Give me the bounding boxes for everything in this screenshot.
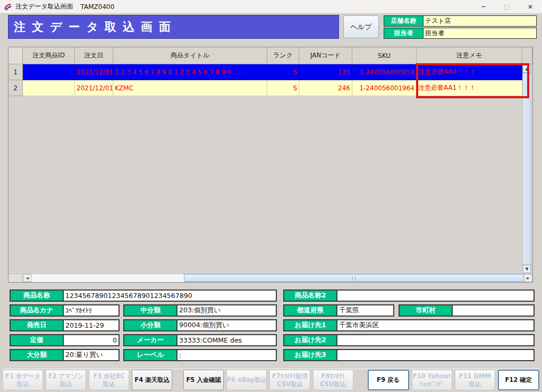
cell-jan[interactable]: 246 xyxy=(299,80,352,96)
city-value[interactable] xyxy=(453,305,533,316)
window-code: TAMZ0400 xyxy=(81,3,115,11)
col-header-rank[interactable]: ランク xyxy=(267,47,299,64)
list-price-label: 定価 xyxy=(11,335,64,345)
cell-memo[interactable]: 注意必要AA1！！！ xyxy=(417,80,522,96)
scroll-down-icon[interactable]: ▼ xyxy=(523,265,531,273)
grid-row-1-selected[interactable]: 1 2021/12/01 12345678901234567890... S 1… xyxy=(9,64,532,80)
cell-rank[interactable]: S xyxy=(267,64,299,80)
field-sub-category: 小分類 90004:個別買い xyxy=(123,319,277,331)
vertical-scroll-track[interactable] xyxy=(523,73,531,265)
field-product-name2: 商品名称2 xyxy=(283,289,535,302)
field-large-category: 大分類 20:量り買い xyxy=(10,349,120,361)
field-address1: お届け先1 千葉市美浜区 xyxy=(283,319,535,331)
store-name-value[interactable]: テスト店 xyxy=(424,16,536,26)
prefecture-label: 都道府県 xyxy=(284,305,337,316)
address1-value[interactable]: 千葉市美浜区 xyxy=(337,320,533,330)
prefecture-value[interactable]: 千葉県 xyxy=(337,305,393,316)
store-name-field: 店舗名称 テスト店 xyxy=(384,15,537,27)
fkey-f10-yahoo-shopping: F10 Yahoo!ｼｮｯﾋﾟﾝｸﾞ xyxy=(412,370,452,390)
field-maker: メーカー 33333:COMME des xyxy=(123,334,277,346)
cell-order-id[interactable] xyxy=(23,64,75,80)
label-value[interactable]: : xyxy=(177,350,276,360)
list-price-value[interactable]: 0 xyxy=(64,335,118,345)
fkey-f11-dmm-import: F11 DMM取込 xyxy=(455,370,495,390)
vertical-scrollbar[interactable]: ▲ ▼ xyxy=(522,64,531,274)
field-prefecture: 都道府県 千葉県 xyxy=(283,304,394,317)
fkey-f12-confirm[interactable]: F12 確定 xyxy=(498,370,539,390)
cell-title[interactable]: 12345678901234567890... xyxy=(113,64,267,80)
cell-title[interactable]: KZMC xyxy=(113,80,267,96)
cell-order-date[interactable]: 2021/12/01 xyxy=(75,64,113,80)
scroll-left-icon[interactable]: ◄ xyxy=(23,274,31,282)
release-date-label: 発売日 xyxy=(11,320,64,330)
grid-corner-cell xyxy=(9,47,23,64)
address2-label: お届け先2 xyxy=(284,335,337,345)
window-title: 注文データ取込画面 xyxy=(15,2,73,11)
row-number[interactable]: 2 xyxy=(9,80,23,96)
col-header-memo[interactable]: 注意メモ xyxy=(417,47,522,64)
help-button[interactable]: ヘルプ xyxy=(343,15,379,38)
col-header-product-title[interactable]: 商品タイトル xyxy=(113,47,267,64)
horizontal-scroll-thumb[interactable] xyxy=(184,274,523,282)
cell-jan[interactable]: 135 xyxy=(299,64,352,80)
cell-memo[interactable]: 注意必要AA1！！！ xyxy=(417,64,522,80)
fkey-f7-yafuoku-cancel-csv-import: F7ﾔﾌｵｸ!取消CSV取込 xyxy=(269,370,310,390)
row-number[interactable]: 1 xyxy=(9,64,23,80)
col-header-sku[interactable]: SKU xyxy=(352,47,417,64)
field-address2: お届け先2 xyxy=(283,334,535,346)
horizontal-scrollbar[interactable]: ◄ ► xyxy=(9,274,532,282)
product-name-value[interactable]: 123456789012345678901234567890 xyxy=(64,291,276,301)
fkey-f5-payment-confirm[interactable]: F5 入金確認 xyxy=(183,370,224,390)
grid-header-filler xyxy=(522,47,532,64)
minimize-button[interactable]: ─ xyxy=(472,0,495,13)
scroll-up-icon[interactable]: ▲ xyxy=(523,65,531,73)
fkey-f9-back[interactable]: F9 戻る xyxy=(368,370,409,390)
address2-value[interactable] xyxy=(337,335,533,345)
label-label: レーベル xyxy=(124,350,177,360)
cell-order-id[interactable] xyxy=(23,80,75,96)
grid-row-2[interactable]: 2 2021/12/01 KZMC S 246 1-240056001964 注… xyxy=(9,80,532,96)
product-kana-value[interactable]: ｺﾍﾞﾂｶｲﾄﾘ xyxy=(64,305,118,316)
sub-category-value[interactable]: 90004:個別買い xyxy=(177,320,276,330)
titlebar: 注文データ取込画面 TAMZ0400 ─ □ ✕ xyxy=(0,0,542,14)
staff-label: 担当者 xyxy=(384,28,424,38)
large-category-label: 大分類 xyxy=(11,350,64,360)
maximize-button[interactable]: □ xyxy=(495,0,519,13)
product-name2-value[interactable] xyxy=(337,291,533,301)
large-category-value[interactable]: 20:量り買い xyxy=(64,350,118,360)
field-mid-category: 中分類 203:個別買い xyxy=(123,304,277,317)
grid-header-row: 注文商品ID 注文日 商品タイトル ランク JANコード SKU 注意メモ xyxy=(9,47,532,64)
fkey-f3-own-ec-import: F3 自社EC取込 xyxy=(89,370,129,390)
cell-sku[interactable]: 1-240056000858 xyxy=(352,64,417,80)
field-city: 市町村 xyxy=(399,304,535,317)
field-label: レーベル : xyxy=(123,349,277,361)
mid-category-value[interactable]: 203:個別買い xyxy=(177,305,276,316)
cell-rank[interactable]: S xyxy=(267,80,299,96)
scroll-right-icon[interactable]: ► xyxy=(524,274,532,282)
product-name2-label: 商品名称2 xyxy=(284,291,337,301)
fkey-f1-all-data-import: F1 全データ取込 xyxy=(3,370,43,390)
release-date-value[interactable]: 2019-11-29 xyxy=(64,320,118,330)
col-header-order-date[interactable]: 注文日 xyxy=(75,47,113,64)
col-header-jan-code[interactable]: JANコード xyxy=(299,47,352,64)
address3-label: お届け先3 xyxy=(284,350,337,360)
horizontal-scroll-track[interactable] xyxy=(31,274,524,282)
address3-value[interactable] xyxy=(337,350,533,360)
staff-value[interactable]: 担当者 xyxy=(424,28,536,38)
app-icon xyxy=(4,3,12,11)
fkey-f4-rakuten-import[interactable]: F4 楽天取込 xyxy=(132,370,172,390)
cell-order-date[interactable]: 2021/12/01 xyxy=(75,80,113,96)
field-list-price: 定価 0 xyxy=(10,334,120,346)
scroll-grip xyxy=(352,276,355,280)
close-button[interactable]: ✕ xyxy=(519,0,542,13)
field-product-name: 商品名称 123456789012345678901234567890 xyxy=(10,289,277,302)
col-header-order-item-id[interactable]: 注文商品ID xyxy=(23,47,75,64)
staff-field: 担当者 担当者 xyxy=(384,28,537,39)
sub-category-label: 小分類 xyxy=(124,320,177,330)
cell-sku[interactable]: 1-240056001964 xyxy=(352,80,417,96)
mid-category-label: 中分類 xyxy=(124,305,177,316)
order-grid: 注文商品ID 注文日 商品タイトル ランク JANコード SKU 注意メモ 1 … xyxy=(8,47,533,283)
store-name-label: 店舗名称 xyxy=(384,16,424,26)
city-label: 市町村 xyxy=(400,305,453,316)
maker-value[interactable]: 33333:COMME des xyxy=(177,335,276,345)
